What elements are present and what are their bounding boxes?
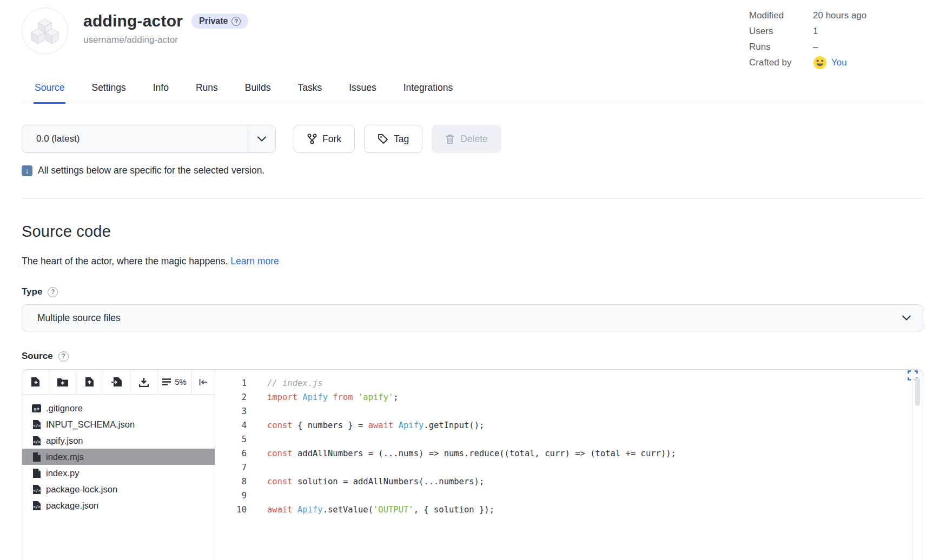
usage-value: 5% bbox=[175, 377, 187, 386]
code-editor[interactable]: 1// index.js2import Apify from 'apify';3… bbox=[215, 370, 923, 560]
git-file-icon: git bbox=[32, 404, 41, 413]
help-icon[interactable]: ? bbox=[48, 287, 58, 297]
meta-value-text: 1 bbox=[813, 26, 818, 37]
meta-value-text: – bbox=[813, 42, 818, 52]
type-label: Type bbox=[22, 286, 42, 297]
meta-value: 1 bbox=[813, 26, 818, 37]
plain-file-icon bbox=[32, 452, 41, 462]
meta-row: Users1 bbox=[749, 23, 866, 39]
tab-info[interactable]: Info bbox=[152, 77, 170, 103]
fork-button-label: Fork bbox=[322, 134, 341, 145]
file-item-index.mjs[interactable]: index.mjs bbox=[22, 449, 215, 465]
actions-row: 0.0 (latest) Fork Tag bbox=[22, 125, 923, 153]
code-file-icon: </> bbox=[32, 436, 41, 445]
file-item-package.json[interactable]: </>package.json bbox=[22, 497, 215, 514]
code-line: 5 bbox=[215, 432, 912, 446]
tag-button[interactable]: Tag bbox=[364, 125, 422, 153]
line-content: // index.js bbox=[247, 376, 323, 390]
line-content: import Apify from 'apify'; bbox=[247, 390, 399, 404]
upload-file-button[interactable] bbox=[76, 370, 103, 394]
code-file-icon: </> bbox=[32, 485, 41, 494]
code-line: 9 bbox=[215, 489, 912, 503]
delete-button[interactable]: Delete bbox=[432, 125, 501, 153]
source-description: The heart of the actor, where the magic … bbox=[22, 256, 923, 267]
tab-source[interactable]: Source bbox=[34, 77, 65, 104]
file-name: .gitignore bbox=[46, 403, 83, 414]
code-line: 6const addAllNumbers = (...nums) => nums… bbox=[215, 446, 912, 461]
private-badge-label: Private bbox=[199, 16, 228, 26]
code-line: 1// index.js bbox=[215, 376, 912, 390]
file-item-apify.json[interactable]: </>apify.json bbox=[22, 432, 215, 449]
tab-settings[interactable]: Settings bbox=[90, 77, 127, 103]
tab-builds[interactable]: Builds bbox=[244, 77, 272, 103]
meta-row: Runs– bbox=[749, 39, 866, 55]
meta-value: – bbox=[813, 42, 818, 52]
line-number: 7 bbox=[215, 461, 247, 475]
fork-button[interactable]: Fork bbox=[294, 125, 355, 153]
meta-row: Modified20 hours ago bbox=[749, 8, 866, 23]
actor-full-name: username/adding-actor bbox=[83, 35, 248, 45]
file-tree-toolbar: 5% bbox=[22, 370, 215, 395]
file-name: package.json bbox=[46, 501, 98, 511]
meta-value-text: You bbox=[831, 57, 847, 68]
source-label: Source bbox=[22, 351, 53, 362]
file-name: index.py bbox=[46, 468, 79, 478]
new-folder-button[interactable] bbox=[49, 370, 76, 394]
line-content bbox=[247, 404, 267, 418]
tab-issues[interactable]: Issues bbox=[348, 77, 378, 103]
collapse-tree-button[interactable] bbox=[192, 370, 215, 394]
page-title: adding-actor bbox=[83, 12, 183, 30]
smiley-emoji bbox=[813, 56, 827, 70]
file-item-.gitignore[interactable]: git.gitignore bbox=[22, 400, 215, 416]
source-type-select[interactable]: Multiple source files bbox=[22, 304, 923, 331]
code-file-icon: </> bbox=[32, 420, 41, 429]
line-number: 8 bbox=[215, 475, 247, 489]
help-icon[interactable]: ? bbox=[58, 351, 69, 362]
usage-indicator: 5% bbox=[157, 370, 192, 394]
tab-tasks[interactable]: Tasks bbox=[296, 77, 323, 103]
new-file-button[interactable] bbox=[22, 370, 49, 394]
tab-runs[interactable]: Runs bbox=[195, 77, 219, 103]
line-content bbox=[247, 461, 267, 475]
meta-label: Users bbox=[749, 26, 813, 37]
line-number: 1 bbox=[215, 376, 247, 390]
line-number: 2 bbox=[215, 390, 247, 404]
file-item-INPUT_SCHEMA.json[interactable]: </>INPUT_SCHEMA.json bbox=[22, 416, 215, 432]
scrollbar-thumb[interactable] bbox=[915, 378, 920, 406]
line-content: await Apify.setValue('OUTPUT', { solutio… bbox=[247, 503, 494, 517]
line-content bbox=[247, 432, 267, 446]
code-line: 3 bbox=[215, 404, 912, 418]
file-item-package-lock.json[interactable]: </>package-lock.json bbox=[22, 481, 215, 497]
file-item-index.py[interactable]: index.py bbox=[22, 465, 215, 481]
delete-button-label: Delete bbox=[460, 134, 488, 145]
code-line: 10await Apify.setValue('OUTPUT', { solut… bbox=[215, 503, 912, 517]
editor-scrollbar[interactable] bbox=[912, 376, 923, 560]
source-description-text: The heart of the actor, where the magic … bbox=[22, 256, 228, 266]
fork-icon bbox=[307, 134, 317, 144]
file-name: apify.json bbox=[46, 436, 83, 446]
line-content: const { numbers } = await Apify.getInput… bbox=[247, 418, 484, 432]
source-label-inner: Source ? bbox=[22, 351, 923, 362]
svg-text:</>: </> bbox=[33, 423, 41, 428]
learn-more-link[interactable]: Learn more bbox=[230, 256, 279, 266]
line-number: 9 bbox=[215, 489, 247, 503]
line-content: const solution = addAllNumbers(...number… bbox=[247, 475, 484, 489]
meta-row: Crafted byYou bbox=[749, 55, 866, 70]
version-select[interactable]: 0.0 (latest) bbox=[22, 125, 276, 153]
import-file-button[interactable] bbox=[103, 370, 130, 394]
svg-text:</>: </> bbox=[33, 488, 41, 492]
trash-icon bbox=[445, 134, 455, 144]
file-tree-pane: 5% git.gitignore</>INPUT_SCHEMA.json</>a… bbox=[22, 370, 215, 560]
source-code-heading: Source code bbox=[22, 223, 923, 241]
tag-icon bbox=[378, 134, 388, 144]
code-file-icon: </> bbox=[32, 501, 41, 510]
code-lines: 1// index.js2import Apify from 'apify';3… bbox=[215, 376, 912, 560]
meta-label: Runs bbox=[749, 42, 813, 52]
source-editor: 5% git.gitignore</>INPUT_SCHEMA.json</>a… bbox=[22, 369, 923, 560]
tab-integrations[interactable]: Integrations bbox=[402, 77, 454, 103]
help-icon[interactable]: ? bbox=[231, 17, 241, 26]
crafted-by-link[interactable]: You bbox=[813, 56, 847, 70]
actor-detail-page: adding-actor Private ? username/adding-a… bbox=[0, 0, 940, 560]
download-button[interactable] bbox=[130, 370, 157, 394]
meta-label: Modified bbox=[749, 10, 813, 21]
